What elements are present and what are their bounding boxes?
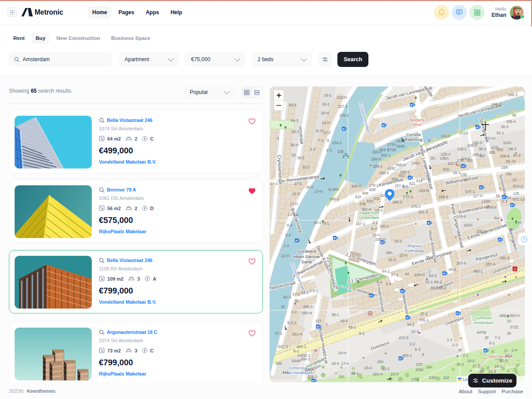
- svg-text:33: 33: [291, 153, 296, 157]
- svg-text:615: 615: [443, 167, 449, 172]
- svg-text:605: 605: [489, 150, 495, 155]
- svg-text:91-2: 91-2: [513, 153, 520, 157]
- svg-text:2-2: 2-2: [291, 310, 297, 314]
- svg-text:23-H: 23-H: [399, 253, 407, 258]
- svg-text:Cornelis: Cornelis: [406, 133, 421, 137]
- svg-text:8-1: 8-1: [324, 221, 329, 226]
- svg-text:44: 44: [405, 272, 409, 276]
- svg-text:50-3: 50-3: [289, 103, 296, 107]
- svg-text:26-2: 26-2: [305, 185, 313, 189]
- svg-text:6A-2: 6A-2: [270, 181, 278, 186]
- svg-text:28-1: 28-1: [324, 93, 331, 98]
- svg-text:1-H: 1-H: [511, 348, 517, 352]
- svg-text:P: P: [503, 196, 505, 199]
- svg-text:Maan Sarovar: Maan Sarovar: [293, 254, 320, 259]
- svg-text:27-2: 27-2: [472, 364, 480, 368]
- svg-text:28-3: 28-3: [453, 171, 460, 175]
- svg-text:5-2-1: 5-2-1: [287, 321, 296, 325]
- svg-text:P: P: [443, 272, 445, 275]
- svg-text:5-2: 5-2: [286, 233, 291, 237]
- svg-text:73: 73: [512, 178, 516, 182]
- svg-text:108-H: 108-H: [467, 143, 477, 148]
- svg-text:96: 96: [512, 113, 516, 117]
- svg-text:32-1: 32-1: [302, 165, 309, 169]
- svg-text:18-4: 18-4: [331, 361, 339, 366]
- svg-text:540D-1: 540D-1: [298, 353, 310, 358]
- svg-text:3F: 3F: [458, 348, 462, 352]
- svg-text:178-1: 178-1: [369, 183, 379, 188]
- svg-text:432-3: 432-3: [500, 256, 509, 260]
- svg-text:170-H: 170-H: [403, 195, 413, 199]
- svg-text:106-H: 106-H: [486, 205, 496, 210]
- svg-text:3-3: 3-3: [310, 147, 316, 152]
- svg-text:373C: 373C: [510, 325, 519, 329]
- svg-text:8: 8: [327, 138, 329, 143]
- svg-text:8-2: 8-2: [293, 349, 299, 353]
- svg-text:45-3: 45-3: [448, 267, 456, 272]
- svg-text:4-2: 4-2: [386, 282, 391, 286]
- svg-text:264-1: 264-1: [297, 344, 306, 349]
- svg-text:27-2: 27-2: [294, 181, 301, 186]
- svg-text:604: 604: [392, 177, 398, 181]
- svg-text:12-2: 12-2: [323, 130, 330, 135]
- svg-text:234-H: 234-H: [414, 273, 424, 277]
- svg-text:103L: 103L: [491, 145, 500, 150]
- svg-text:2-2: 2-2: [410, 342, 415, 346]
- svg-text:4-3: 4-3: [326, 148, 332, 153]
- svg-text:40-3: 40-3: [291, 129, 299, 134]
- svg-text:P: P: [295, 239, 297, 243]
- svg-text:18A: 18A: [426, 365, 432, 369]
- svg-text:396-H: 396-H: [395, 163, 406, 167]
- svg-text:34: 34: [281, 305, 285, 309]
- svg-text:-1: -1: [276, 136, 279, 141]
- svg-text:544B: 544B: [292, 359, 301, 363]
- svg-text:8-2: 8-2: [359, 331, 365, 336]
- svg-text:180-2: 180-2: [392, 200, 402, 204]
- svg-text:P: P: [401, 290, 403, 293]
- svg-text:99-3: 99-3: [509, 147, 516, 151]
- svg-text:24: 24: [507, 196, 511, 200]
- svg-text:Ritterbrug: Ritterbrug: [405, 137, 422, 142]
- svg-text:6-3: 6-3: [415, 347, 421, 352]
- svg-text:227-2: 227-2: [338, 104, 348, 109]
- svg-text:15L: 15L: [506, 172, 512, 176]
- svg-text:117-H: 117-H: [485, 136, 496, 141]
- svg-text:97C-13: 97C-13: [512, 197, 525, 202]
- svg-text:106-4: 106-4: [500, 154, 509, 158]
- svg-text:635: 635: [360, 202, 366, 206]
- svg-text:167-1: 167-1: [356, 222, 365, 226]
- svg-text:447M: 447M: [477, 330, 486, 335]
- svg-text:17-H: 17-H: [314, 189, 322, 194]
- svg-text:?: ?: [523, 237, 525, 241]
- svg-text:181-3: 181-3: [418, 210, 428, 214]
- svg-text:66-2: 66-2: [438, 286, 446, 290]
- svg-text:P: P: [317, 325, 319, 329]
- svg-text:38-3: 38-3: [495, 194, 503, 198]
- svg-text:428-O: 428-O: [351, 184, 362, 188]
- svg-text:190-2: 190-2: [379, 224, 389, 228]
- svg-text:6A-2: 6A-2: [283, 295, 291, 299]
- svg-text:541: 541: [282, 370, 289, 375]
- svg-text:17-H: 17-H: [290, 202, 298, 206]
- svg-text:507-3: 507-3: [278, 344, 288, 349]
- svg-text:140A: 140A: [411, 161, 420, 165]
- svg-text:234-2: 234-2: [332, 141, 342, 145]
- svg-text:154-H: 154-H: [419, 188, 429, 193]
- svg-text:109-1: 109-1: [472, 153, 482, 157]
- svg-text:290-H: 290-H: [301, 311, 312, 315]
- svg-text:36-2: 36-2: [297, 156, 304, 160]
- svg-text:8-1: 8-1: [377, 280, 383, 284]
- svg-text:9A-1: 9A-1: [494, 216, 502, 220]
- svg-text:37-2: 37-2: [292, 292, 300, 297]
- svg-text:242: 242: [333, 187, 339, 192]
- svg-text:450-1: 450-1: [473, 269, 483, 274]
- svg-text:P: P: [427, 222, 430, 225]
- svg-text:P: P: [476, 126, 478, 129]
- svg-text:28A: 28A: [386, 250, 392, 255]
- svg-text:44-2: 44-2: [382, 269, 389, 274]
- svg-text:1-1: 1-1: [447, 337, 453, 342]
- svg-text:32-2: 32-2: [388, 258, 395, 262]
- svg-text:265B: 265B: [396, 139, 405, 143]
- svg-text:Tanis: Tanis: [412, 122, 422, 127]
- svg-text:23-H: 23-H: [391, 372, 399, 376]
